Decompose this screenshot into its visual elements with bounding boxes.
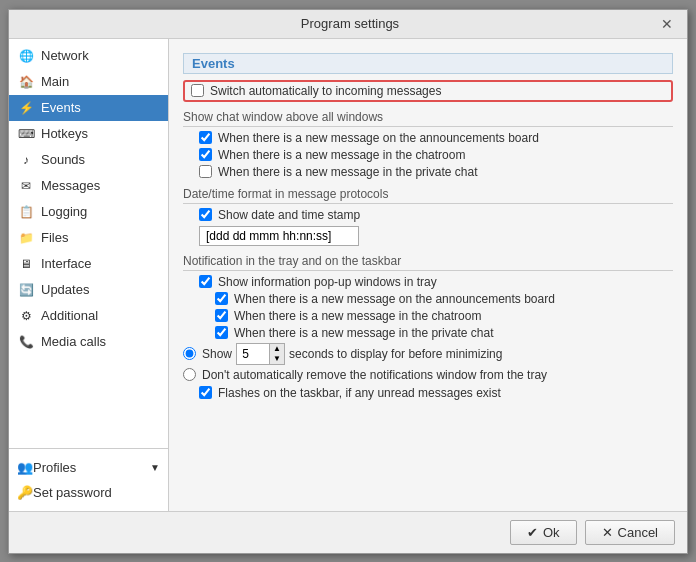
sidebar-label-mediacalls: Media calls xyxy=(41,334,106,349)
group3-label-1: When there is a new message in the chatr… xyxy=(234,309,481,323)
program-settings-dialog: Program settings ✕ 🌐 Network 🏠 Main ⚡ Ev… xyxy=(8,9,688,554)
sidebar-label-files: Files xyxy=(41,230,68,245)
sidebar-item-main[interactable]: 🏠 Main xyxy=(9,69,168,95)
spin-down-button[interactable]: ▼ xyxy=(270,354,284,364)
sidebar-item-additional[interactable]: ⚙ Additional xyxy=(9,303,168,329)
group1-item-0: When there is a new message on the annou… xyxy=(199,131,673,145)
switch-auto-label: Switch automatically to incoming message… xyxy=(210,84,441,98)
group3-label-0: When there is a new message on the annou… xyxy=(234,292,555,306)
updates-icon: 🔄 xyxy=(17,281,35,299)
dontremove-radio[interactable] xyxy=(183,368,196,381)
sidebar-label-additional: Additional xyxy=(41,308,98,323)
group3-item-1: When there is a new message in the chatr… xyxy=(215,309,673,323)
group3-checkbox-2[interactable] xyxy=(215,326,228,339)
group1-item-2: When there is a new message in the priva… xyxy=(199,165,673,179)
cancel-button[interactable]: ✕ Cancel xyxy=(585,520,675,545)
switch-auto-row: Switch automatically to incoming message… xyxy=(183,80,673,102)
switch-auto-checkbox[interactable] xyxy=(191,84,204,97)
ok-icon: ✔ xyxy=(527,525,538,540)
interface-icon: 🖥 xyxy=(17,255,35,273)
show-popups-checkbox[interactable] xyxy=(199,275,212,288)
sidebar-item-hotkeys[interactable]: ⌨ Hotkeys xyxy=(9,121,168,147)
sidebar-label-main: Main xyxy=(41,74,69,89)
format-text-input[interactable] xyxy=(199,226,359,246)
sidebar-item-updates[interactable]: 🔄 Updates xyxy=(9,277,168,303)
show-datetime-row: Show date and time stamp xyxy=(199,208,673,222)
sidebar-item-interface[interactable]: 🖥 Interface xyxy=(9,251,168,277)
dontremove-label: Don't automatically remove the notificat… xyxy=(202,368,547,382)
show-radio-row: Show ▲ ▼ seconds to display for before m… xyxy=(183,343,673,365)
spin-control: ▲ ▼ xyxy=(236,343,285,365)
show-datetime-checkbox[interactable] xyxy=(199,208,212,221)
cancel-icon: ✕ xyxy=(602,525,613,540)
group3-checkbox-1[interactable] xyxy=(215,309,228,322)
flashes-row: Flashes on the taskbar, if any unread me… xyxy=(199,386,673,400)
section-header: Events xyxy=(183,53,673,74)
profiles-icon: 👥 xyxy=(17,460,33,475)
spin-seconds-label: seconds to display for before minimizing xyxy=(289,347,502,361)
sidebar-label-updates: Updates xyxy=(41,282,89,297)
group1-checkbox-2[interactable] xyxy=(199,165,212,178)
group3-label-2: When there is a new message in the priva… xyxy=(234,326,493,340)
group1-item-1: When there is a new message in the chatr… xyxy=(199,148,673,162)
ok-button[interactable]: ✔ Ok xyxy=(510,520,577,545)
show-datetime-label: Show date and time stamp xyxy=(218,208,360,222)
show-radio[interactable] xyxy=(183,347,196,360)
group1-label-2: When there is a new message in the priva… xyxy=(218,165,477,179)
sidebar: 🌐 Network 🏠 Main ⚡ Events ⌨ Hotkeys ♪ So… xyxy=(9,39,169,511)
group3-checkbox-0[interactable] xyxy=(215,292,228,305)
cancel-label: Cancel xyxy=(618,525,658,540)
additional-icon: ⚙ xyxy=(17,307,35,325)
sidebar-item-mediacalls[interactable]: 📞 Media calls xyxy=(9,329,168,355)
sidebar-item-logging[interactable]: 📋 Logging xyxy=(9,199,168,225)
ok-label: Ok xyxy=(543,525,560,540)
sidebar-item-network[interactable]: 🌐 Network xyxy=(9,43,168,69)
spin-buttons: ▲ ▼ xyxy=(269,344,284,364)
sidebar-item-messages[interactable]: ✉ Messages xyxy=(9,173,168,199)
files-icon: 📁 xyxy=(17,229,35,247)
group3-header: Notification in the tray and on the task… xyxy=(183,254,673,271)
title-bar: Program settings ✕ xyxy=(9,10,687,39)
sidebar-setpassword[interactable]: 🔑 Set password xyxy=(9,480,168,505)
sidebar-item-sounds[interactable]: ♪ Sounds xyxy=(9,147,168,173)
flashes-checkbox[interactable] xyxy=(199,386,212,399)
sidebar-label-logging: Logging xyxy=(41,204,87,219)
dialog-body: 🌐 Network 🏠 Main ⚡ Events ⌨ Hotkeys ♪ So… xyxy=(9,39,687,511)
group1-checkbox-0[interactable] xyxy=(199,131,212,144)
spin-up-button[interactable]: ▲ xyxy=(270,344,284,354)
dialog-footer: ✔ Ok ✕ Cancel xyxy=(9,511,687,553)
sidebar-label-hotkeys: Hotkeys xyxy=(41,126,88,141)
group3-item-0: When there is a new message on the annou… xyxy=(215,292,673,306)
show-popups-row: Show information pop-up windows in tray xyxy=(199,275,673,289)
group3-item-2: When there is a new message in the priva… xyxy=(215,326,673,340)
hotkeys-icon: ⌨ xyxy=(17,125,35,143)
sidebar-label-sounds: Sounds xyxy=(41,152,85,167)
sidebar-bottom: 👥 Profiles ▼ 🔑 Set password xyxy=(9,448,168,511)
group2-header: Date/time format in message protocols xyxy=(183,187,673,204)
group1-label-0: When there is a new message on the annou… xyxy=(218,131,539,145)
sidebar-label-network: Network xyxy=(41,48,89,63)
sidebar-label-events: Events xyxy=(41,100,81,115)
profiles-arrow: ▼ xyxy=(150,462,160,473)
network-icon: 🌐 xyxy=(17,47,35,65)
setpassword-label: Set password xyxy=(33,485,112,500)
sounds-icon: ♪ xyxy=(17,151,35,169)
sidebar-label-messages: Messages xyxy=(41,178,100,193)
main-icon: 🏠 xyxy=(17,73,35,91)
show-popups-label: Show information pop-up windows in tray xyxy=(218,275,437,289)
format-input-row xyxy=(199,226,673,246)
sidebar-item-files[interactable]: 📁 Files xyxy=(9,225,168,251)
group1-header: Show chat window above all windows xyxy=(183,110,673,127)
spin-input[interactable] xyxy=(237,346,269,362)
dialog-title: Program settings xyxy=(43,16,657,31)
flashes-label: Flashes on the taskbar, if any unread me… xyxy=(218,386,501,400)
logging-icon: 📋 xyxy=(17,203,35,221)
events-icon: ⚡ xyxy=(17,99,35,117)
dontremove-radio-row: Don't automatically remove the notificat… xyxy=(183,368,673,382)
sidebar-item-events[interactable]: ⚡ Events xyxy=(9,95,168,121)
sidebar-label-interface: Interface xyxy=(41,256,92,271)
close-button[interactable]: ✕ xyxy=(657,16,677,32)
group1-checkbox-1[interactable] xyxy=(199,148,212,161)
setpassword-icon: 🔑 xyxy=(17,485,33,500)
sidebar-profiles[interactable]: 👥 Profiles ▼ xyxy=(9,455,168,480)
